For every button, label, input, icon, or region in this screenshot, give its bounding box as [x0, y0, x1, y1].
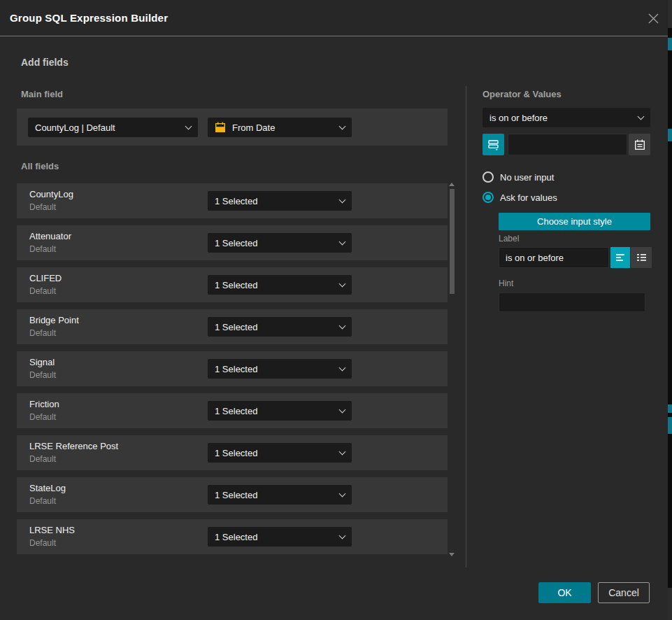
main-field-layer-dropdown[interactable]: CountyLog | Default — [28, 118, 198, 137]
chevron-down-icon — [339, 196, 346, 203]
field-type: Default — [29, 370, 56, 380]
field-name: LRSE NHS — [29, 525, 75, 535]
selected-count: 1 Selected — [215, 490, 334, 500]
radio-label: No user input — [500, 172, 554, 183]
field-selected-dropdown[interactable]: 1 Selected — [208, 485, 352, 505]
operator-value: is on or before — [489, 113, 633, 123]
field-name: CLIFED — [29, 273, 62, 283]
field-type: Default — [29, 496, 56, 506]
field-selected-dropdown[interactable]: 1 Selected — [208, 233, 352, 253]
field-name: StateLog — [29, 483, 66, 493]
chevron-down-icon — [339, 364, 346, 371]
field-type: Default — [29, 286, 56, 296]
main-field-field-dropdown[interactable]: From Date — [208, 118, 352, 137]
field-row-statelog: StateLog Default 1 Selected — [17, 477, 448, 512]
field-row-friction: Friction Default 1 Selected — [17, 393, 448, 428]
hint-input[interactable] — [499, 293, 645, 312]
selected-count: 1 Selected — [215, 364, 334, 374]
field-type: Default — [29, 538, 56, 548]
scrollbar-thumb[interactable] — [450, 189, 455, 294]
selected-count: 1 Selected — [215, 322, 334, 332]
field-selected-dropdown[interactable]: 1 Selected — [208, 359, 352, 379]
date-value-row — [482, 134, 650, 155]
close-icon — [648, 13, 659, 24]
align-left-icon — [615, 253, 626, 262]
operator-dropdown[interactable]: is on or before — [482, 108, 650, 127]
date-value-input[interactable] — [508, 134, 627, 155]
hint-heading: Hint — [499, 279, 513, 288]
value-rows-icon — [487, 139, 499, 150]
chevron-down-icon — [339, 406, 346, 413]
selected-count: 1 Selected — [215, 196, 334, 206]
main-field-panel: CountyLog | Default From Date — [17, 108, 448, 146]
operator-values-heading: Operator & Values — [482, 89, 562, 99]
scrollbar-up-arrow[interactable] — [449, 183, 455, 186]
field-name: Bridge Point — [29, 315, 79, 325]
radio-label: Ask for values — [500, 192, 557, 203]
field-name: LRSE Reference Post — [29, 441, 118, 451]
choose-input-style-button[interactable]: Choose input style — [499, 213, 650, 230]
field-name: Attenuator — [29, 231, 71, 241]
bullet-list-icon — [636, 253, 647, 262]
radio-no-user-input[interactable]: No user input — [482, 171, 554, 183]
list-style-button[interactable] — [631, 247, 652, 268]
calendar-icon — [634, 139, 645, 150]
field-row-countylog: CountyLog Default 1 Selected — [17, 183, 448, 218]
value-type-button[interactable] — [482, 134, 504, 155]
scrollbar-down-arrow[interactable] — [449, 553, 455, 556]
field-selected-dropdown[interactable]: 1 Selected — [208, 401, 352, 421]
title-bar: Group SQL Expression Builder — [0, 0, 672, 36]
add-fields-heading: Add fields — [21, 57, 69, 68]
calendar-icon — [215, 122, 226, 133]
field-selected-dropdown[interactable]: 1 Selected — [208, 275, 352, 295]
chevron-down-icon — [339, 448, 346, 455]
chevron-down-icon — [339, 322, 346, 329]
selected-count: 1 Selected — [215, 280, 334, 290]
field-type: Default — [29, 412, 56, 422]
field-name: Friction — [29, 399, 59, 409]
cancel-button[interactable]: Cancel — [598, 582, 650, 603]
field-name: Signal — [29, 357, 55, 367]
field-selected-dropdown[interactable]: 1 Selected — [208, 317, 352, 337]
selected-count: 1 Selected — [215, 532, 334, 542]
field-type: Default — [29, 454, 56, 464]
chevron-down-icon — [339, 238, 346, 245]
chevron-down-icon — [339, 490, 346, 497]
field-selected-dropdown[interactable]: 1 Selected — [208, 443, 352, 463]
field-selected-dropdown[interactable]: 1 Selected — [208, 527, 352, 547]
label-input[interactable] — [499, 247, 609, 268]
all-fields-heading: All fields — [21, 161, 59, 171]
field-row-attenuator: Attenuator Default 1 Selected — [17, 225, 448, 260]
main-field-heading: Main field — [21, 89, 63, 99]
radio-unchecked-icon — [482, 171, 494, 183]
field-type: Default — [29, 328, 56, 338]
ok-button[interactable]: OK — [538, 582, 591, 603]
chevron-down-icon — [339, 280, 346, 287]
radio-checked-icon — [482, 192, 494, 203]
selected-count: 1 Selected — [215, 406, 334, 416]
vertical-divider — [466, 86, 466, 568]
field-selected-dropdown[interactable]: 1 Selected — [208, 191, 352, 211]
field-row-bridge-point: Bridge Point Default 1 Selected — [17, 309, 448, 344]
selected-count: 1 Selected — [215, 238, 334, 248]
background-app-edge — [668, 0, 672, 620]
date-picker-button[interactable] — [629, 134, 650, 155]
chevron-down-icon — [185, 122, 192, 129]
chevron-down-icon — [339, 532, 346, 539]
main-field-layer-value: CountyLog | Default — [35, 122, 180, 133]
chevron-down-icon — [638, 113, 645, 120]
single-line-style-button[interactable] — [610, 247, 630, 268]
chevron-down-icon — [339, 122, 346, 129]
field-row-signal: Signal Default 1 Selected — [17, 351, 448, 386]
field-row-lrse-nhs: LRSE NHS Default 1 Selected — [17, 519, 448, 554]
dialog-title: Group SQL Expression Builder — [10, 12, 168, 24]
close-button[interactable] — [645, 10, 661, 26]
field-name: CountyLog — [29, 189, 73, 199]
radio-ask-for-values[interactable]: Ask for values — [482, 192, 557, 203]
group-sql-expression-builder-dialog: Group SQL Expression Builder Add fields … — [0, 0, 672, 620]
main-field-field-value: From Date — [232, 122, 334, 133]
label-heading: Label — [499, 234, 519, 244]
field-row-clifed: CLIFED Default 1 Selected — [17, 267, 448, 302]
field-type: Default — [29, 244, 56, 254]
field-row-lrse-reference-post: LRSE Reference Post Default 1 Selected — [17, 435, 448, 470]
